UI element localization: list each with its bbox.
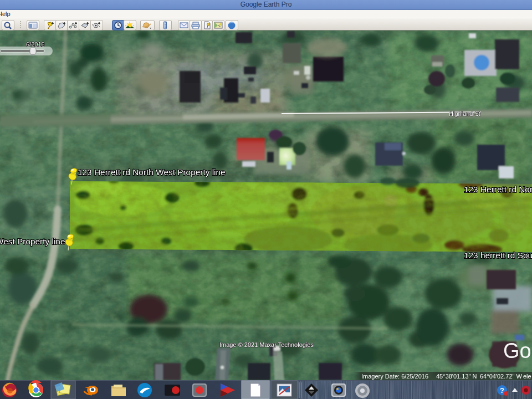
svg-text:64°04'02.72" W: 64°04'02.72" W (480, 373, 522, 380)
svg-text:Goo: Goo (503, 339, 532, 362)
svg-text:45°38'01.13" N: 45°38'01.13" N (436, 373, 477, 380)
svg-text:?: ? (500, 386, 504, 395)
svg-text:Highland St: Highland St (449, 110, 480, 117)
svg-text:Image © 2021 Maxar Technologie: Image © 2021 Maxar Technologies (219, 341, 314, 348)
svg-text:123 Herrett rd Nor: 123 Herrett rd Nor (464, 185, 532, 194)
svg-text:123 Herrett rd North West Prop: 123 Herrett rd North West Property line (78, 167, 226, 177)
svg-text:West Property line: West Property line (0, 237, 65, 246)
svg-text:6/2016: 6/2016 (26, 41, 45, 48)
svg-text:Imagery Date: 6/25/2016: Imagery Date: 6/25/2016 (361, 373, 428, 380)
svg-text:ele: ele (523, 373, 531, 380)
svg-text:123 herrett rd Sou: 123 herrett rd Sou (464, 250, 532, 260)
